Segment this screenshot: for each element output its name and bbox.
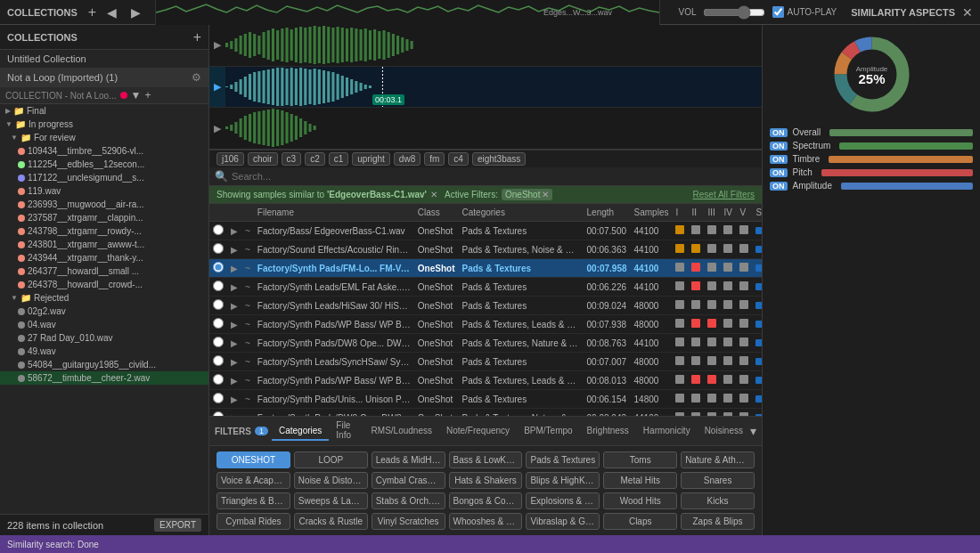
tag-upright[interactable]: upright (352, 152, 390, 166)
tab-fileinfo[interactable]: File Info (329, 417, 363, 445)
cat-bongos[interactable]: Bongos & Congas (449, 492, 523, 509)
coll-filter-btn[interactable]: ▼ (131, 89, 142, 102)
tag-c3[interactable]: c3 (282, 152, 302, 166)
col-class[interactable]: Class (414, 204, 459, 222)
list-item[interactable]: 264377__howardl__small ... (0, 264, 208, 278)
table-row[interactable]: ▶ ~ Factory/Synth Pads/DW8 Op... DW8-Ope… (209, 409, 762, 417)
tag-c1[interactable]: c1 (329, 152, 349, 166)
list-item[interactable]: 49.wav (0, 345, 208, 358)
nav-forward-button[interactable]: ▶ (127, 4, 144, 21)
on-badge-timbre[interactable]: ON (770, 155, 788, 164)
cat-pads[interactable]: Pads & Textures (526, 451, 600, 468)
col-length[interactable]: Length (584, 204, 631, 222)
play-icon[interactable]: ▶ (231, 338, 238, 348)
tab-noisiness[interactable]: Noisiness (698, 422, 750, 441)
add-collection-button[interactable]: + (88, 4, 96, 20)
on-badge-pitch[interactable]: ON (770, 168, 788, 177)
play-icon[interactable]: ▶ (231, 394, 238, 404)
cat-vinyl[interactable]: Vinyl Scratches (372, 513, 445, 530)
col-filename[interactable]: Filename (254, 204, 414, 222)
tree-folder-in-progress[interactable]: ▼ 📁 In progress (0, 118, 208, 131)
tag-choir[interactable]: choir (248, 152, 278, 166)
tab-brightness[interactable]: Brightness (580, 422, 636, 441)
row-play-cell[interactable]: ▶ (227, 353, 241, 371)
filters-expand-button[interactable]: ▾ (750, 424, 756, 438)
cat-snares[interactable]: Snares (681, 472, 755, 489)
cat-leads[interactable]: Leads & MidHiKeys (372, 451, 445, 468)
list-item[interactable]: 58672__timtube__cheer-2.wav (0, 371, 208, 385)
untitled-collection[interactable]: Untitled Collection (0, 50, 208, 68)
row-play-cell[interactable]: ▶ (227, 240, 241, 259)
table-row[interactable]: ▶ ~ Factory/Bass/ EdgeoverBass-C1.wav On… (209, 222, 762, 240)
list-item[interactable]: 117122__unclesigmund__s... (0, 171, 208, 184)
row-play-cell[interactable]: ▶ (227, 409, 241, 417)
row-play-cell[interactable]: ▶ (227, 334, 241, 353)
cat-blips[interactable]: Blips & HighKeys (526, 472, 600, 489)
row-play-cell[interactable]: ▶ (227, 297, 241, 315)
col-v[interactable]: V (736, 204, 752, 222)
col-i[interactable]: I (672, 204, 688, 222)
tree-folder-final[interactable]: ▶ 📁 Final (0, 104, 208, 118)
export-button[interactable]: EXPORT (154, 518, 201, 532)
tab-categories[interactable]: Categories (272, 422, 329, 441)
cat-vibraslap[interactable]: Vibraslap & Guiro (526, 513, 600, 530)
close-similarity-button[interactable]: ✕ (962, 5, 973, 20)
cat-wood[interactable]: Wood Hits (603, 492, 677, 509)
list-item[interactable]: 54084__guitarguy1985__civild... (0, 358, 208, 371)
row-radio-cell[interactable] (209, 334, 227, 353)
cat-kicks[interactable]: Kicks (681, 492, 755, 509)
table-row[interactable]: ▶ ~ Factory/Synth Leads/HiSaw 30/ HiSaw … (209, 297, 762, 315)
filter-remove-oneshot[interactable]: ✕ (542, 190, 549, 199)
list-item[interactable]: 02g2.wav (0, 305, 208, 318)
on-badge-overall[interactable]: ON (770, 128, 788, 137)
sidebar-add-button[interactable]: + (193, 29, 201, 45)
on-badge-amplitude[interactable]: ON (770, 182, 788, 191)
cat-nature[interactable]: Nature & Athmospheric (681, 451, 755, 468)
nav-back-button[interactable]: ◀ (103, 4, 120, 21)
list-item[interactable]: 243944__xtrgamr__thank-y... (0, 251, 208, 264)
volume-slider[interactable] (703, 5, 765, 20)
cat-whooshes[interactable]: Whooshes & Whips (449, 513, 523, 530)
list-item[interactable]: 236993__mugwood__air-ra... (0, 198, 208, 211)
cat-bass[interactable]: Bass & LowKeys (449, 451, 523, 468)
row-radio-cell[interactable] (209, 315, 227, 334)
tag-fm[interactable]: fm (424, 152, 445, 166)
play-icon[interactable]: ▶ (231, 282, 238, 292)
tag-eight3bass[interactable]: eight3bass (472, 152, 526, 166)
row-radio-cell[interactable] (209, 390, 227, 409)
tree-folder-for-review[interactable]: ▼ 📁 For review (0, 131, 208, 144)
row-radio-cell[interactable] (209, 222, 227, 240)
row-play-cell[interactable]: ▶ (227, 278, 241, 297)
row-radio-cell[interactable] (209, 297, 227, 315)
play-button-1[interactable]: ▶ (209, 25, 225, 66)
list-item[interactable]: 119.wav (0, 184, 208, 198)
row-play-cell[interactable]: ▶ (227, 371, 241, 390)
tab-rms[interactable]: RMS/Loudness (364, 422, 439, 441)
tag-c2[interactable]: c2 (305, 152, 325, 166)
tab-harmonicity[interactable]: Harmonicity (636, 422, 698, 441)
play-icon[interactable]: ▶ (231, 357, 238, 367)
cat-claps[interactable]: Claps (603, 513, 677, 530)
table-row[interactable]: ▶ ~ Factory/Synth Pads/FM-Lo... FM-Voice… (209, 259, 762, 278)
col-similarity[interactable]: Similarity (752, 204, 762, 222)
col-iv[interactable]: IV (720, 204, 736, 222)
cat-voice[interactable]: Voice & Acapella (216, 472, 290, 489)
tag-c4[interactable]: c4 (448, 152, 469, 166)
table-row[interactable]: ▶ ~ Factory/Sound Effects/Acoustic/ Ring… (209, 240, 762, 259)
table-row[interactable]: ▶ ~ Factory/Synth Pads/Unis... Unison Pu… (209, 390, 762, 409)
list-item[interactable]: 243798__xtrgamr__rowdy-... (0, 224, 208, 238)
col-samples[interactable]: Samples (631, 204, 673, 222)
list-item[interactable]: 109434__timbre__52906-vl... (0, 144, 208, 158)
cat-hats[interactable]: Hats & Shakers (449, 472, 523, 489)
play-button-2[interactable]: ▶ (209, 67, 225, 108)
table-row[interactable]: ▶ ~ Factory/Synth Pads/WP Bass/ WP Bass … (209, 371, 762, 390)
cat-cracks[interactable]: Cracks & Rustle (294, 513, 368, 530)
row-radio-cell[interactable] (209, 259, 227, 278)
cat-toms[interactable]: Toms (603, 451, 677, 468)
cat-explosions[interactable]: Explosions & Shots (526, 492, 600, 509)
row-play-cell[interactable]: ▶ (227, 222, 241, 240)
tag-j106[interactable]: j106 (216, 152, 244, 166)
play-icon[interactable]: ▶ (231, 320, 238, 329)
cat-oneshot[interactable]: ONESHOT (216, 451, 290, 468)
cat-noise[interactable]: Noise & Distortion (294, 472, 368, 489)
